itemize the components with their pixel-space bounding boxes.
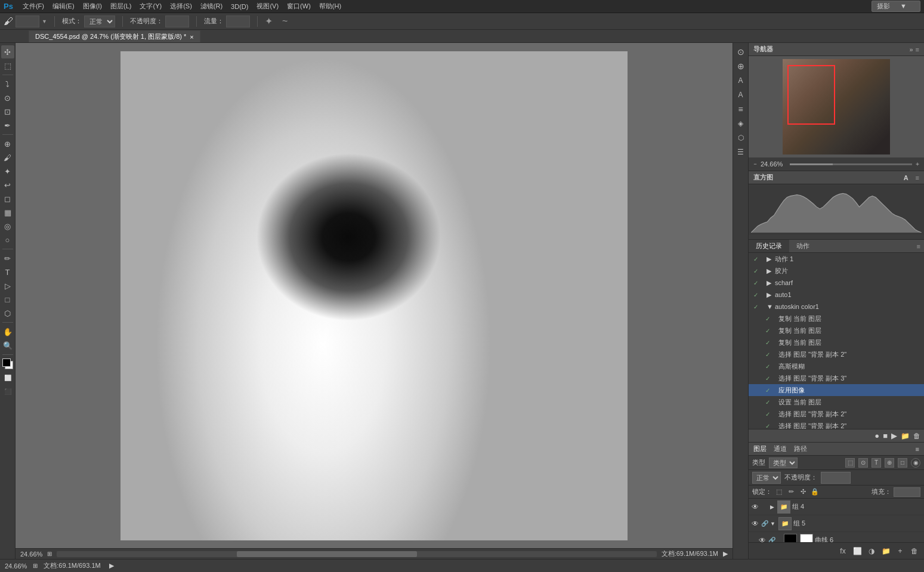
zoom-fit-icon[interactable]: ⊞ — [47, 551, 52, 557]
panel-icon-8[interactable]: ☰ — [734, 146, 747, 159]
expand-arrow[interactable]: ▶ — [767, 279, 771, 287]
layer-delete-button[interactable]: 🗑 — [908, 545, 920, 557]
menu-select[interactable]: 选择(S) — [170, 2, 192, 11]
lock-paint[interactable]: ✏ — [786, 487, 796, 497]
move-tool[interactable]: ✣ — [1, 45, 14, 58]
menu-3d[interactable]: 3D(D) — [231, 3, 248, 10]
history-play[interactable]: ▶ — [891, 431, 897, 440]
tab-actions[interactable]: 动作 — [789, 240, 817, 252]
history-new-doc[interactable]: ■ — [883, 431, 888, 440]
layer-visibility-toggle[interactable]: 👁 — [751, 520, 759, 528]
smoothing-toggle[interactable]: ~ — [282, 16, 288, 27]
screen-mode[interactable]: ⬛ — [1, 385, 14, 398]
path-selection-tool[interactable]: ▷ — [1, 279, 14, 292]
tab-paths[interactable]: 路径 — [794, 444, 807, 453]
panel-icon-5[interactable]: ≡ — [734, 103, 747, 116]
layer-expand-arrow[interactable]: ▶ — [770, 504, 774, 510]
history-new-snapshot[interactable]: ● — [874, 431, 879, 440]
layer-expand-arrow[interactable]: ▼ — [770, 521, 775, 527]
panel-icon-1[interactable]: ⊙ — [734, 45, 747, 58]
navigator-menu[interactable]: ≡ — [916, 46, 919, 53]
panel-icon-3[interactable]: A — [734, 74, 747, 87]
history-item[interactable]: ✓ 选择 图层 "背景 副本 2" — [749, 408, 924, 420]
history-item[interactable]: ✓ 复制 当前 图层 — [749, 313, 924, 324]
layer-opacity-input[interactable]: % — [821, 472, 851, 484]
layer-adjustment-button[interactable]: ◑ — [866, 545, 877, 557]
menu-filter[interactable]: 滤镜(R) — [200, 2, 222, 11]
histogram-menu[interactable]: ≡ — [916, 174, 919, 181]
eyedropper-tool[interactable]: ✒ — [1, 119, 14, 132]
layer-fx-button[interactable]: fx — [837, 545, 849, 557]
menu-layer[interactable]: 图层(L) — [110, 2, 131, 11]
menu-view[interactable]: 视图(V) — [257, 2, 279, 11]
clone-stamp-tool[interactable]: ✦ — [1, 165, 14, 178]
menu-help[interactable]: 帮助(H) — [319, 2, 341, 11]
hand-tool[interactable]: ✋ — [1, 325, 14, 338]
pen-tool[interactable]: ✏ — [1, 252, 14, 265]
history-panel-menu[interactable]: ≡ — [917, 243, 920, 250]
crop-tool[interactable]: ⊡ — [1, 105, 14, 118]
zoom-in-icon[interactable]: ＋ — [914, 160, 920, 168]
tab-channels[interactable]: 通道 — [774, 444, 787, 453]
history-brush-tool[interactable]: ↩ — [1, 178, 14, 191]
brush-tool[interactable]: 🖌 — [1, 151, 14, 164]
3d-tool[interactable]: ⬡ — [1, 307, 14, 320]
shape-tool[interactable]: □ — [1, 293, 14, 306]
filter-icon-4[interactable]: ⊕ — [885, 458, 894, 468]
scroll-right-icon[interactable]: ▶ — [723, 550, 728, 558]
gradient-tool[interactable]: ▦ — [1, 206, 14, 219]
menu-file[interactable]: 文件(F) — [23, 2, 44, 11]
expand-arrow[interactable]: ▼ — [767, 303, 771, 310]
brush-size-input[interactable]: 250 — [16, 16, 39, 27]
history-item[interactable]: ✓ 复制 当前 图层 — [749, 324, 924, 336]
history-item[interactable]: ✓ 选择 图层 "背景 副本 3" — [749, 372, 924, 384]
blur-tool[interactable]: ◎ — [1, 219, 14, 233]
history-item[interactable]: ✓ ▶ 动作 1 — [749, 253, 924, 265]
layer-blend-mode[interactable]: 正常 — [752, 472, 781, 484]
panel-icon-6[interactable]: ◈ — [734, 117, 747, 130]
layer-item-curves6[interactable]: 👁 🔗 曲线 6 — [749, 532, 924, 542]
filter-toggle[interactable]: ◉ — [911, 458, 920, 468]
layer-visibility-toggle[interactable]: 👁 — [758, 536, 767, 543]
foreground-background-color[interactable] — [1, 357, 14, 370]
filter-icon-2[interactable]: ⊙ — [858, 458, 868, 468]
marquee-tool[interactable]: ⬚ — [1, 59, 14, 72]
zoom-slider[interactable] — [790, 163, 912, 165]
opacity-input[interactable]: 84% — [165, 16, 189, 27]
healing-tool[interactable]: ⊕ — [1, 137, 14, 150]
panel-icon-7[interactable]: ⬡ — [734, 131, 747, 144]
layer-mask-button[interactable]: ⬜ — [851, 545, 863, 557]
menu-edit[interactable]: 编辑(E) — [52, 2, 75, 11]
dodge-tool[interactable]: ○ — [1, 233, 14, 246]
bottom-arrow[interactable]: ▶ — [109, 562, 114, 570]
canvas-tab[interactable]: DSC_4554.psd @ 24.7% (渐变映射 1, 图层蒙版/8) * … — [29, 30, 200, 42]
bottom-zoom-icon[interactable]: ⊞ — [33, 562, 38, 569]
layer-filter-select[interactable]: 类型 — [769, 457, 798, 468]
history-item[interactable]: ✓ 复制 当前 图层 — [749, 336, 924, 348]
history-item-active[interactable]: ✓ 应用图像 — [749, 384, 924, 396]
mode-select[interactable]: 正常 — [84, 16, 115, 27]
brush-icon[interactable]: 🖌 — [4, 16, 13, 27]
panel-icon-2[interactable]: ⊕ — [734, 60, 747, 73]
lock-position[interactable]: ✣ — [798, 487, 808, 497]
zoom-out-icon[interactable]: － — [752, 160, 758, 168]
layer-group-button[interactable]: 📁 — [880, 545, 892, 557]
brush-size-toggle[interactable]: ▼ — [42, 18, 47, 24]
filter-icon-1[interactable]: ⬚ — [845, 458, 855, 468]
foreground-color[interactable] — [2, 358, 11, 367]
tab-layers[interactable]: 图层 — [753, 444, 767, 453]
horizontal-scrollbar[interactable] — [57, 551, 656, 557]
filter-icon-3[interactable]: T — [872, 458, 881, 468]
menu-image[interactable]: 图像(I) — [83, 2, 102, 11]
quick-mask-mode[interactable]: ⬜ — [1, 371, 14, 384]
history-folder[interactable]: 📁 — [901, 432, 910, 440]
expand-arrow[interactable]: ▶ — [767, 267, 771, 275]
layer-new-button[interactable]: + — [894, 545, 906, 557]
layers-panel-menu[interactable]: ≡ — [916, 446, 919, 453]
flow-input[interactable]: 100% — [226, 16, 250, 27]
menu-window[interactable]: 窗口(W) — [287, 2, 311, 11]
filter-icon-5[interactable]: □ — [898, 458, 907, 468]
history-item[interactable]: ✓ 选择 图层 "背景 副本 2" — [749, 348, 924, 360]
lock-all[interactable]: 🔒 — [810, 487, 820, 497]
history-delete[interactable]: 🗑 — [913, 432, 920, 440]
